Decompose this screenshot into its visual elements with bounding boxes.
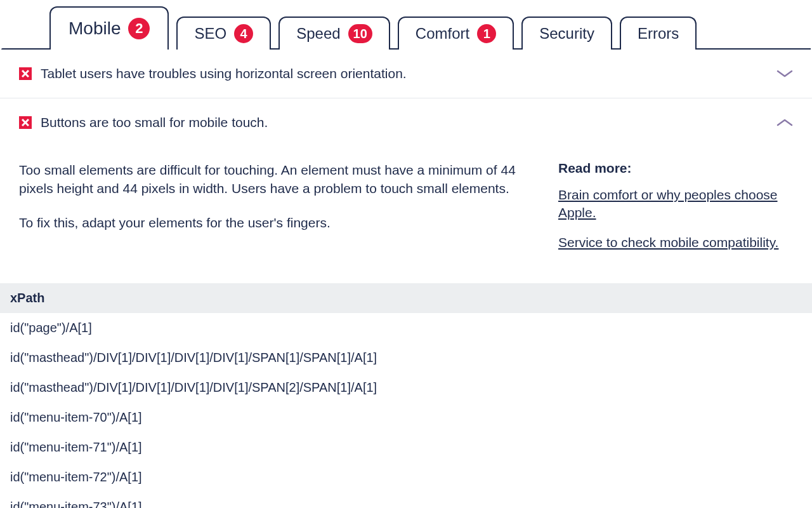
tab-mobile[interactable]: Mobile 2 — [49, 6, 169, 50]
tab-label: Speed — [296, 25, 340, 43]
error-x-icon — [19, 116, 32, 129]
tab-badge: 1 — [477, 24, 496, 43]
xpath-header: xPath — [0, 283, 812, 313]
tab-comfort[interactable]: Comfort 1 — [398, 17, 514, 50]
tab-label: Mobile — [69, 18, 121, 39]
content-panel: Tablet users have troubles using horizon… — [0, 50, 812, 508]
tab-label: Errors — [638, 25, 679, 43]
issue-description: Too small elements are difficult for tou… — [19, 161, 520, 251]
read-more: Read more: Brain comfort or why peoples … — [558, 161, 787, 251]
xpath-row: id("page")/A[1] — [0, 313, 812, 343]
xpath-row: id("masthead")/DIV[1]/DIV[1]/DIV[1]/DIV[… — [0, 373, 812, 403]
issue-desc-paragraph: To fix this, adapt your elements for the… — [19, 213, 520, 232]
issue-item: Tablet users have troubles using horizon… — [0, 50, 812, 98]
xpath-row: id("menu-item-70")/A[1] — [0, 403, 812, 432]
tab-label: SEO — [194, 25, 226, 43]
tabs: Mobile 2 SEO 4 Speed 10 Comfort 1 Securi… — [0, 6, 812, 50]
tab-speed[interactable]: Speed 10 — [278, 17, 390, 50]
tab-label: Security — [539, 25, 594, 43]
tab-label: Comfort — [416, 25, 469, 43]
tab-badge: 4 — [234, 24, 253, 43]
issue-header[interactable]: Buttons are too small for mobile touch. — [19, 115, 793, 130]
issue-desc-paragraph: Too small elements are difficult for tou… — [19, 161, 520, 198]
xpath-row: id("masthead")/DIV[1]/DIV[1]/DIV[1]/DIV[… — [0, 343, 812, 373]
chevron-up-icon — [776, 118, 793, 127]
chevron-down-icon — [776, 69, 793, 78]
issue-item: Buttons are too small for mobile touch. … — [0, 98, 812, 277]
issue-title: Tablet users have troubles using horizon… — [41, 66, 768, 81]
read-more-title: Read more: — [558, 161, 787, 176]
xpath-row: id("menu-item-72")/A[1] — [0, 462, 812, 492]
tab-badge: 2 — [128, 18, 150, 39]
read-more-link[interactable]: Brain comfort or why peoples choose Appl… — [558, 186, 787, 222]
error-x-icon — [19, 67, 32, 80]
read-more-link[interactable]: Service to check mobile compatibility. — [558, 234, 787, 251]
xpath-row: id("menu-item-71")/A[1] — [0, 432, 812, 462]
issue-body: Too small elements are difficult for tou… — [19, 130, 793, 277]
xpath-table: xPath id("page")/A[1] id("masthead")/DIV… — [0, 283, 812, 508]
issue-title: Buttons are too small for mobile touch. — [41, 115, 768, 130]
issue-header[interactable]: Tablet users have troubles using horizon… — [19, 66, 793, 81]
tab-badge: 10 — [348, 24, 372, 43]
tab-seo[interactable]: SEO 4 — [176, 17, 271, 50]
xpath-row: id("menu-item-73")/A[1] — [0, 492, 812, 508]
tab-errors[interactable]: Errors — [620, 17, 697, 50]
tab-security[interactable]: Security — [521, 17, 612, 50]
